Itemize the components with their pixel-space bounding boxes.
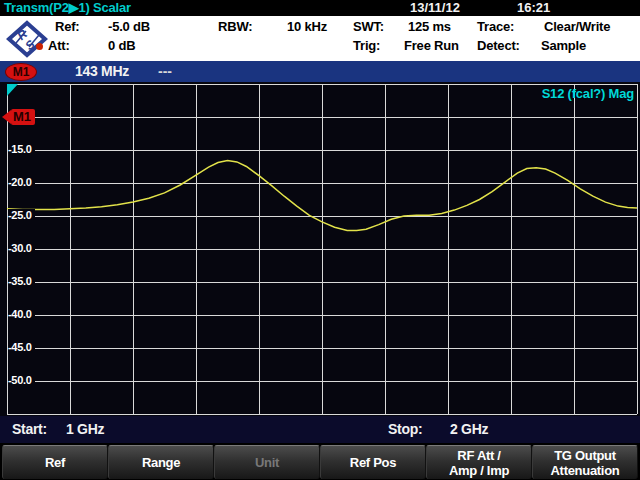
detect-label: Detect: xyxy=(477,38,520,53)
y-axis-tick-label: -30.0 xyxy=(8,242,35,254)
softkey-label: RF Att / xyxy=(457,448,500,463)
ref-position-triangle-icon xyxy=(7,84,18,96)
softkey-tg-output-attenuation[interactable]: TG OutputAttenuation xyxy=(532,445,638,479)
marker-m1-flag-label: M1 xyxy=(11,109,35,125)
start-label: Start: xyxy=(12,421,47,437)
measurement-title: Transm(P2▶1) Scalar xyxy=(4,0,131,15)
time-display: 16:21 xyxy=(517,0,550,15)
marker-left-arrow-icon xyxy=(2,110,11,124)
softkey-label: Ref xyxy=(45,455,65,470)
marker-m1-badge[interactable]: M1 xyxy=(5,63,37,81)
trace-label: Trace: xyxy=(477,19,514,34)
frequency-range-bar: Start: 1 GHz Stop: 2 GHz xyxy=(0,416,640,443)
softkey-ref-pos[interactable]: Ref Pos xyxy=(320,445,426,479)
softkey-label: TG Output xyxy=(554,448,616,463)
att-value: 0 dB xyxy=(108,38,135,53)
softkey-range[interactable]: Range xyxy=(108,445,214,479)
title-bar: Transm(P2▶1) Scalar 13/11/12 16:21 xyxy=(0,0,640,16)
y-axis-tick-label: -45.0 xyxy=(8,341,35,353)
trace-chart: -10.0-15.0-20.0-25.0-30.0-35.0-40.0-45.0… xyxy=(0,82,640,416)
att-active-dot-icon xyxy=(36,43,43,50)
trig-label: Trig: xyxy=(353,38,380,53)
softkey-label: Ref Pos xyxy=(350,455,396,470)
stop-label: Stop: xyxy=(388,421,422,437)
y-axis-tick-label: -20.0 xyxy=(8,176,35,188)
y-axis-tick-label: -50.0 xyxy=(8,374,35,386)
softkey-ref[interactable]: Ref xyxy=(2,445,108,479)
marker-m1-flag: M1 xyxy=(2,109,35,125)
ref-value: -5.0 dB xyxy=(108,19,150,34)
softkey-label: Attenuation xyxy=(551,463,620,478)
swt-label: SWT: xyxy=(353,19,384,34)
plot-grid-and-trace xyxy=(0,82,640,416)
y-axis-tick-label: -25.0 xyxy=(8,209,35,221)
ref-label: Ref: xyxy=(55,19,79,34)
trig-value: Free Run xyxy=(404,38,459,53)
trace-mode-label: S12 (fcal?) Mag xyxy=(542,86,634,101)
stop-value: 2 GHz xyxy=(450,421,488,437)
detect-value: Sample xyxy=(541,38,586,53)
date-display: 13/11/12 xyxy=(410,0,460,15)
marker-frequency: 143 MHz xyxy=(75,63,129,79)
trace-value: Clear/Write xyxy=(544,19,610,34)
softkey-label: Amp / Imp xyxy=(449,463,509,478)
rbw-value: 10 kHz xyxy=(287,19,327,34)
marker-value: --- xyxy=(158,63,172,79)
softkey-unit[interactable]: Unit xyxy=(214,445,320,479)
softkey-bar: RefRangeUnitRef PosRF Att /Amp / ImpTG O… xyxy=(0,443,640,480)
rohde-schwarz-logo-icon: R S xyxy=(6,20,48,58)
softkey-label: Range xyxy=(142,455,180,470)
marker-bar[interactable]: M1 143 MHz --- xyxy=(0,61,640,82)
softkey-label: Unit xyxy=(255,455,279,470)
swt-value: 125 ms xyxy=(408,19,451,34)
y-axis-tick-label: -15.0 xyxy=(8,143,35,155)
y-axis-tick-label: -40.0 xyxy=(8,308,35,320)
att-label: Att: xyxy=(48,38,70,53)
start-value: 1 GHz xyxy=(66,421,104,437)
y-axis-tick-label: -35.0 xyxy=(8,275,35,287)
rbw-label: RBW: xyxy=(218,19,252,34)
settings-header: R S Ref: -5.0 dB RBW: 10 kHz SWT: 125 ms… xyxy=(0,16,640,61)
softkey-rf-att-amp-imp[interactable]: RF Att /Amp / Imp xyxy=(426,445,532,479)
